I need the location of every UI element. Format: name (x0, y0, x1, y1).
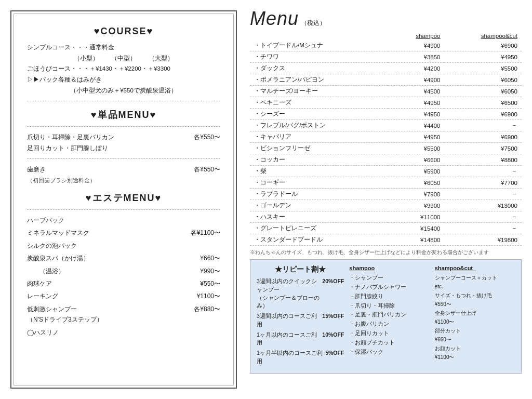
table-cell-cut: ¥19800 (444, 234, 522, 246)
table-cell-shampoo: ¥4950 (388, 97, 445, 109)
table-row: ・ビションフリーゼ¥5500¥7500 (250, 143, 522, 154)
table-cell-shampoo: ¥4900 (388, 40, 445, 51)
table-cell-cut: ¥6500 (444, 97, 522, 109)
este-label-6: 肉球ケア (27, 278, 195, 289)
table-cell-name: ・グレートピレニーズ (250, 223, 388, 234)
table-cell-shampoo: ¥11000 (388, 211, 445, 223)
table-row: ・キャバリア¥4950¥6900 (250, 131, 522, 143)
col2-item: ・足裏・肛門バリカン (349, 310, 429, 320)
col2-title: shampoo (349, 265, 429, 271)
tanpin-section: 爪切り・耳掃除・足裏バリカン足回りカット・肛門腺しぼり 各¥550〜 歯磨き（初… (27, 132, 220, 185)
este-item-1: ハーブパック (27, 215, 220, 225)
table-cell-name: ・柴 (250, 166, 388, 177)
menu-title-row: Menu （税込） (250, 8, 522, 30)
repeat-center: shampoo ・シャンプー・ナノバブルシャワー・肛門腺絞り・爪切り・耳掃除・足… (349, 265, 429, 368)
table-cell-cut: ¥13000 (444, 200, 522, 211)
table-cell-cut: ¥5500 (444, 63, 522, 74)
repeat-row: 1ヶ月以内のコースご利用10%OFF (257, 331, 344, 348)
table-row: ・ゴールデン¥9900¥13000 (250, 200, 522, 211)
table-cell-cut: ¥6900 (444, 40, 522, 51)
table-cell-name: ・チワワ (250, 51, 388, 63)
table-cell-cut: ¥4950 (444, 51, 522, 63)
este-label-8: 低刺激シャンプー（N'Sドライブ3ステップ） (27, 304, 189, 325)
este-price-5: ¥990〜 (200, 266, 220, 276)
repeat-row: 3週間以内のコースご利用15%OFF (257, 312, 344, 329)
col2-item: ・足回りカット (349, 329, 429, 338)
col3-item: お顔カット (435, 344, 515, 353)
table-cell-shampoo: ¥4200 (388, 63, 445, 74)
repeat-box: ★リピート割★ 3週間以内のクイックシャンプー（シャンプー＆ブローのみ）20%O… (250, 259, 522, 374)
table-cell-cut: － (444, 223, 522, 234)
col3-item: 部分カット (435, 326, 515, 335)
course-line-5: （小中型犬のみ＋¥550で炭酸泉温浴） (27, 85, 220, 96)
este-label-2: ミネラルマッドマスク (27, 228, 185, 238)
este-label-1: ハーブパック (27, 215, 215, 225)
este-price-8: 各¥880〜 (194, 304, 220, 314)
col3-title: shampoo&cut_ (435, 265, 515, 271)
col-cut-header: shampoo&cut (444, 32, 522, 40)
table-cell-cut: － (444, 189, 522, 200)
table-cell-name: ・コーギー (250, 177, 388, 189)
col3-item: シャンプーコース＋カット (435, 273, 515, 282)
col2-item: ・ナノバブルシャワー (349, 283, 429, 292)
table-cell-name: ・ゴールデン (250, 200, 388, 211)
course-line-1: シンプルコース・・・通常料金 (27, 42, 220, 53)
table-cell-cut: ¥8800 (444, 154, 522, 166)
col2-item: ・お顔プチカット (349, 338, 429, 348)
right-panel: Menu （税込） shampoo shampoo&cut ・トイプードル/Mシ… (245, 0, 532, 399)
este-price-4: ¥660〜 (200, 253, 220, 263)
este-price-7: ¥1100〜 (197, 291, 220, 301)
repeat-rows: 3週間以内のクイックシャンプー（シャンプー＆ブローのみ）20%OFF3週間以内の… (257, 277, 344, 366)
este-price-6: ¥550〜 (200, 278, 220, 289)
divider-3 (27, 209, 220, 210)
table-cell-cut: ¥7500 (444, 143, 522, 154)
col2-item: ・お腹バリカン (349, 320, 429, 329)
repeat-discount: 20%OFF (322, 277, 344, 310)
table-cell-shampoo: ¥4950 (388, 131, 445, 143)
tanpin-title: ♥単品MENU♥ (27, 109, 220, 121)
table-cell-cut: ¥6050 (444, 74, 522, 86)
table-row: ・柴¥5900－ (250, 166, 522, 177)
course-line-2: （小型） （中型） （大型） (27, 53, 220, 64)
menu-note: ※わんちゃんのサイズ、もつれ、抜け毛、全身シザー仕上げなどにより料金が変わる場合… (250, 249, 522, 256)
menu-subtitle: （税込） (301, 19, 326, 28)
table-row: ・チワワ¥3850¥4950 (250, 51, 522, 63)
repeat-title: ★リピート割★ (257, 265, 344, 274)
col2-item: ・肛門腺絞り (349, 292, 429, 301)
table-cell-cut: － (444, 120, 522, 131)
col3-item: サイズ・もつれ・抜け毛 (435, 291, 515, 300)
course-section: シンプルコース・・・通常料金 （小型） （中型） （大型） ごほうびコース・・・… (27, 42, 220, 101)
table-row: ・コーギー¥6050¥7700 (250, 177, 522, 189)
table-row: ・コッカー¥6600¥8800 (250, 154, 522, 166)
este-title: ♥エステMENU♥ (27, 192, 220, 204)
tanpin-label-1: 爪切り・耳掃除・足裏バリカン足回りカット・肛門腺しぼり (27, 132, 189, 153)
este-item-9: ◯ハスリノ (27, 327, 220, 338)
table-row: ・シーズー¥4950¥6900 (250, 109, 522, 120)
este-item-6: 肉球ケア ¥550〜 (27, 278, 220, 289)
col3-item: ¥1100〜 (435, 353, 515, 362)
este-label-7: レーキング (27, 291, 192, 301)
tanpin-item-1: 爪切り・耳掃除・足裏バリカン足回りカット・肛門腺しぼり 各¥550〜 (27, 132, 220, 153)
table-cell-name: ・コッカー (250, 154, 388, 166)
table-cell-shampoo: ¥5500 (388, 143, 445, 154)
este-label-5: （温浴） (27, 266, 195, 276)
col3-item: ¥660〜 (435, 335, 515, 344)
table-cell-shampoo: ¥15400 (388, 223, 445, 234)
menu-title: Menu (250, 8, 299, 30)
table-cell-cut: ¥6900 (444, 109, 522, 120)
table-cell-cut: ¥7700 (444, 177, 522, 189)
left-panel: ♥COURSE♥ シンプルコース・・・通常料金 （小型） （中型） （大型） ご… (10, 10, 237, 389)
repeat-left: ★リピート割★ 3週間以内のクイックシャンプー（シャンプー＆ブローのみ）20%O… (257, 265, 344, 368)
table-cell-shampoo: ¥3850 (388, 51, 445, 63)
este-item-7: レーキング ¥1100〜 (27, 291, 220, 301)
este-item-8: 低刺激シャンプー（N'Sドライブ3ステップ） 各¥880〜 (27, 304, 220, 325)
course-line-4: ▷▶パック各種＆はみがき (27, 74, 220, 85)
repeat-label: 1ヶ月半以内のコースご利用 (257, 349, 325, 366)
table-cell-shampoo: ¥5900 (388, 166, 445, 177)
table-row: ・スタンダードプードル¥14800¥19800 (250, 234, 522, 246)
este-item-5: （温浴） ¥990〜 (27, 266, 220, 276)
repeat-right: shampoo&cut_ シャンプーコース＋カットetc.サイズ・もつれ・抜け毛… (435, 265, 515, 368)
table-cell-shampoo: ¥4900 (388, 74, 445, 86)
table-cell-shampoo: ¥14800 (388, 234, 445, 246)
table-cell-name: ・トイプードル/Mシュナ (250, 40, 388, 51)
